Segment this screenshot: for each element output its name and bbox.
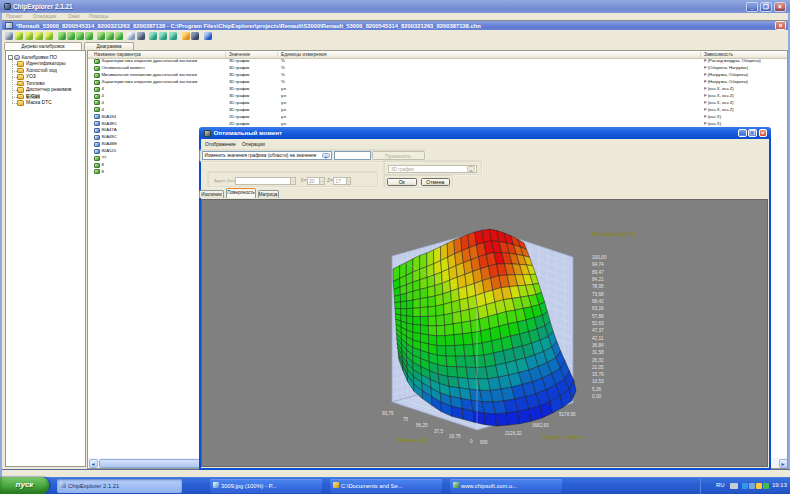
svg-text:600: 600: [480, 440, 488, 445]
svg-text:47,37: 47,37: [592, 328, 604, 333]
svg-text:5178,95: 5178,95: [559, 412, 576, 417]
svg-text:31,58: 31,58: [592, 350, 604, 355]
svg-text:100,00: 100,00: [592, 255, 607, 260]
svg-text:42,11: 42,11: [592, 336, 604, 341]
svg-text:78,95: 78,95: [592, 284, 604, 289]
svg-text:63,16: 63,16: [592, 306, 604, 311]
svg-text:5,26: 5,26: [592, 387, 602, 392]
svg-text:15,79: 15,79: [592, 372, 604, 377]
svg-text:52,63: 52,63: [592, 321, 604, 326]
svg-text:Нагрузка (%): Нагрузка (%): [398, 437, 428, 443]
svg-text:Положение ДЗ (%): Положение ДЗ (%): [592, 231, 636, 237]
svg-text:3682,63: 3682,63: [532, 423, 549, 428]
svg-text:18,75: 18,75: [449, 434, 461, 439]
svg-text:89,47: 89,47: [592, 270, 604, 275]
svg-text:57,89: 57,89: [592, 314, 604, 319]
svg-text:36,84: 36,84: [592, 343, 604, 348]
svg-text:93,75: 93,75: [382, 411, 394, 416]
svg-text:68,42: 68,42: [592, 299, 604, 304]
svg-text:37,5: 37,5: [434, 429, 443, 434]
svg-text:56,25: 56,25: [416, 423, 428, 428]
svg-text:94,74: 94,74: [592, 262, 604, 267]
svg-text:21,05: 21,05: [592, 365, 604, 370]
svg-text:75: 75: [403, 417, 409, 422]
svg-text:0,00: 0,00: [592, 394, 602, 399]
svg-text:10,53: 10,53: [592, 380, 604, 385]
svg-text:0: 0: [470, 439, 473, 444]
svg-text:2126,32: 2126,32: [505, 431, 522, 436]
svg-text:84,21: 84,21: [592, 277, 604, 282]
svg-text:26,32: 26,32: [592, 358, 604, 363]
svg-text:Обороты (об/мин): Обороты (об/мин): [541, 434, 583, 440]
svg-text:73,68: 73,68: [592, 292, 604, 297]
